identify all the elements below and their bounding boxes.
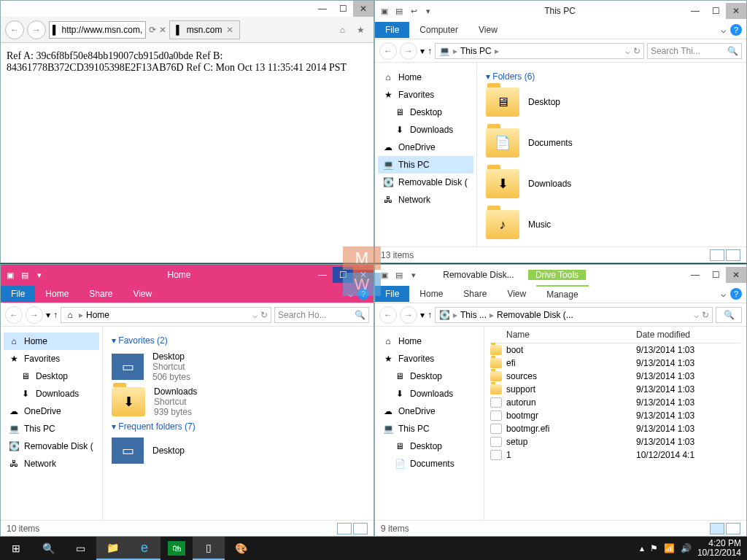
forward-button[interactable]: → <box>400 42 417 60</box>
titlebar[interactable]: ▣ ▤ ↩ ▾ This PC — ☐ ✕ <box>375 1 746 21</box>
titlebar[interactable]: ▣ ▤ ▾ Home — ☐ ✕ <box>1 265 374 285</box>
up-button[interactable]: ↑ <box>53 310 58 320</box>
list-row[interactable]: autorun9/13/2014 1:03 <box>490 396 740 409</box>
frequent-item[interactable]: ▭Desktop <box>112 438 365 464</box>
recent-locations-icon[interactable]: ▾ <box>420 46 425 56</box>
nav-item[interactable]: ★Favorites <box>4 350 99 368</box>
forward-button[interactable]: → <box>400 306 417 324</box>
tab-close-icon[interactable]: ✕ <box>226 25 233 35</box>
tab-computer[interactable]: Computer <box>409 22 468 38</box>
breadcrumb-seg[interactable]: This PC <box>460 46 492 56</box>
up-button[interactable]: ↑ <box>427 310 432 320</box>
icons-view-button[interactable] <box>726 523 740 534</box>
tab-share[interactable]: Share <box>79 286 123 302</box>
taskbar-store[interactable]: 🛍 <box>160 537 193 560</box>
refresh-icon[interactable]: ⟳ <box>149 25 156 35</box>
nav-item[interactable]: 🖥Desktop <box>378 104 473 121</box>
maximize-button[interactable]: ☐ <box>705 3 726 19</box>
list-row[interactable]: efi9/13/2014 1:03 <box>490 357 740 370</box>
tab-view[interactable]: View <box>123 286 162 302</box>
nav-item[interactable]: ⬇Downloads <box>378 385 481 402</box>
up-button[interactable]: ↑ <box>427 46 432 56</box>
titlebar[interactable]: ▣ ▤ ▾ Removable Disk... Drive Tools — ☐ … <box>375 265 746 285</box>
list-row[interactable]: sources9/13/2014 1:03 <box>490 370 740 383</box>
nav-item[interactable]: ⌂Home <box>4 332 99 350</box>
list-row[interactable]: bootmgr9/13/2014 1:03 <box>490 409 740 422</box>
nav-item[interactable]: ☁OneDrive <box>4 402 99 420</box>
forward-button[interactable]: → <box>26 306 43 324</box>
volume-icon[interactable]: 🔊 <box>681 543 692 553</box>
tab-home[interactable]: Home <box>35 286 79 302</box>
tray-overflow-icon[interactable]: ▴ <box>640 543 644 553</box>
chevron-down-icon[interactable]: ⌵ <box>252 310 258 320</box>
tab-home[interactable]: Home <box>409 286 453 302</box>
nav-item[interactable]: 💻This PC <box>378 420 481 438</box>
breadcrumb-seg[interactable]: Home <box>86 310 109 320</box>
maximize-button[interactable]: ☐ <box>705 267 726 283</box>
breadcrumb-seg[interactable]: This ... <box>460 310 487 320</box>
list-row[interactable]: bootmgr.efi9/13/2014 1:03 <box>490 422 740 435</box>
nav-item[interactable]: ★Favorites <box>378 350 481 368</box>
refresh-icon[interactable]: ↻ <box>633 46 640 56</box>
nav-item[interactable]: ⬇Downloads <box>378 121 473 139</box>
minimize-button[interactable]: — <box>685 267 705 283</box>
tab-view[interactable]: View <box>497 286 536 302</box>
address-bar[interactable]: ▌ http://www.msn.com, <box>49 21 146 39</box>
nav-item[interactable]: 💻This PC <box>378 156 473 174</box>
nav-item[interactable]: ★Favorites <box>378 86 473 104</box>
search-input[interactable]: Search Thi... 🔍 <box>647 43 742 59</box>
breadcrumb[interactable]: 💻 ▸ This PC ▸ ⌵ ↻ <box>435 43 644 59</box>
network-icon[interactable]: 📶 <box>664 543 675 553</box>
properties-icon[interactable]: ▣ <box>4 268 17 281</box>
expand-ribbon-icon[interactable]: ⌵ <box>721 289 726 299</box>
nav-item[interactable]: ☁OneDrive <box>378 402 481 420</box>
new-folder-icon[interactable]: ▤ <box>392 268 406 281</box>
nav-item[interactable]: ☁OneDrive <box>378 139 473 156</box>
minimize-button[interactable]: — <box>312 1 333 17</box>
folder-item[interactable]: 📄Documents <box>486 128 738 158</box>
icons-view-button[interactable] <box>726 249 740 261</box>
group-header[interactable]: ▾ Folders (6) <box>486 71 738 82</box>
chevron-down-icon[interactable]: ▾ <box>422 4 435 18</box>
nav-item[interactable]: 💻This PC <box>4 420 99 438</box>
close-button[interactable]: ✕ <box>726 267 746 283</box>
undo-icon[interactable]: ↩ <box>407 4 420 18</box>
list-row[interactable]: boot9/13/2014 1:03 <box>490 343 740 357</box>
back-button[interactable]: ← <box>379 42 397 60</box>
details-view-button[interactable] <box>710 523 724 534</box>
taskbar-paint[interactable]: 🎨 <box>225 537 257 560</box>
favorites-icon[interactable]: ★ <box>352 25 369 35</box>
forward-button[interactable]: → <box>27 20 46 39</box>
tab-file[interactable]: File <box>375 22 409 38</box>
search-button[interactable]: 🔍 <box>32 537 64 560</box>
chevron-down-icon[interactable]: ⌵ <box>625 46 630 56</box>
col-date[interactable]: Date modified <box>636 330 740 340</box>
icons-view-button[interactable] <box>353 523 368 534</box>
back-button[interactable]: ← <box>5 306 23 324</box>
chevron-down-icon[interactable]: ▾ <box>33 268 46 281</box>
clock[interactable]: 4:20 PM 10/12/2014 <box>697 539 741 558</box>
taskbar-app[interactable]: ▯ <box>193 537 225 560</box>
refresh-icon[interactable]: ↻ <box>260 310 268 320</box>
nav-item[interactable]: ⬇Downloads <box>4 385 99 402</box>
search-input[interactable]: 🔍 <box>716 307 742 323</box>
nav-item[interactable]: 💽Removable Disk ( <box>4 438 99 455</box>
col-name[interactable]: Name <box>490 330 636 340</box>
list-row[interactable]: setup9/13/2014 1:03 <box>490 435 740 448</box>
nav-item[interactable]: 🖥Desktop <box>378 368 481 385</box>
tab-file[interactable]: File <box>1 286 35 302</box>
taskbar-explorer[interactable]: 📁 <box>96 537 128 560</box>
nav-item[interactable]: ⌂Home <box>378 332 481 350</box>
search-input[interactable]: Search Ho... 🔍 <box>274 307 369 323</box>
home-icon[interactable]: ⌂ <box>336 25 349 35</box>
minimize-button[interactable]: — <box>685 3 705 19</box>
task-view-button[interactable]: ▭ <box>64 537 96 560</box>
favorite-item[interactable]: ▭DesktopShortcut506 bytes <box>112 351 365 382</box>
help-icon[interactable]: ? <box>730 288 742 300</box>
maximize-button[interactable]: ☐ <box>333 1 353 17</box>
stop-icon[interactable]: ✕ <box>159 25 166 35</box>
folder-item[interactable]: ♪Music <box>486 210 738 239</box>
new-folder-icon[interactable]: ▤ <box>18 268 31 281</box>
nav-item[interactable]: 🖧Network <box>378 191 473 209</box>
folder-item[interactable]: 🖥Desktop <box>486 88 738 117</box>
